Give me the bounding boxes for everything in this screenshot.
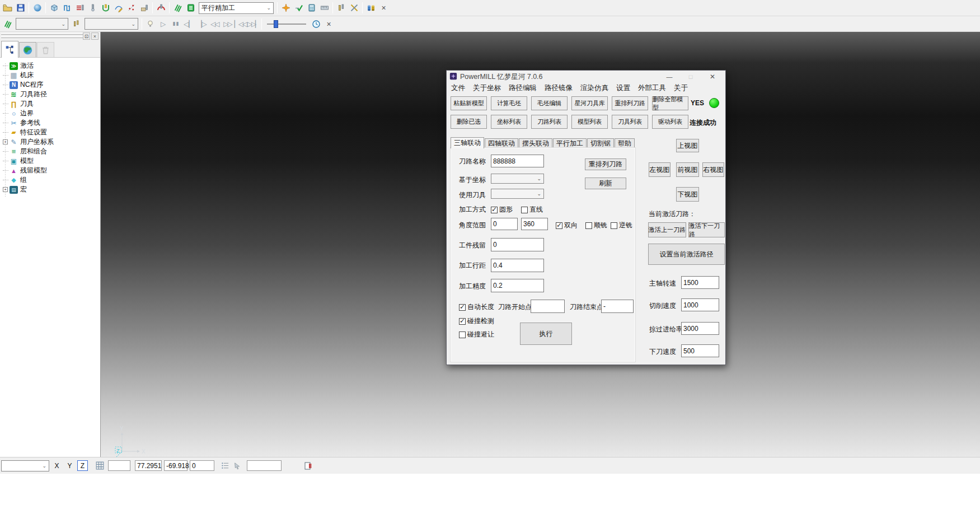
checkbox[interactable] (459, 331, 466, 338)
slider-handle[interactable] (274, 20, 278, 28)
quick-button[interactable]: 粘贴新模型 (451, 96, 487, 110)
axis-y-button[interactable]: Y (64, 460, 75, 471)
quick-button[interactable]: 刀具列表 (612, 115, 648, 129)
go-end-icon[interactable] (247, 17, 260, 31)
toolpath-icon[interactable] (171, 1, 184, 15)
execute-button[interactable]: 执行 (520, 323, 572, 345)
use-tool-select[interactable]: ⌄ (491, 189, 544, 199)
skim-input[interactable] (681, 322, 719, 335)
minimize-button[interactable]: — (662, 72, 677, 82)
quick-button[interactable]: 删除全部模型 (652, 96, 688, 110)
refresh-button[interactable]: 刷新 (585, 178, 626, 189)
cutting-input[interactable] (681, 298, 719, 311)
step-back-icon[interactable] (182, 17, 195, 31)
menu-item[interactable]: 关于坐标 (473, 83, 501, 93)
list-icon[interactable] (219, 460, 231, 471)
menu-item[interactable]: 渲染仿真 (580, 83, 608, 93)
quick-button[interactable]: 星河刀具库 (571, 96, 608, 110)
menu-item[interactable]: 路径编辑 (509, 83, 537, 93)
quick-button[interactable]: 重排列刀路 (612, 96, 648, 110)
globe-tab-icon[interactable] (19, 42, 36, 57)
close-icon[interactable] (322, 17, 335, 31)
dock-grip[interactable] (1, 36, 83, 38)
view-right-button[interactable]: 右视图 (702, 162, 724, 177)
menu-item[interactable]: 路径镜像 (545, 83, 573, 93)
tree-item[interactable]: + 刀具 (0, 99, 100, 109)
pause-icon[interactable] (170, 17, 182, 31)
save-icon[interactable] (14, 1, 27, 15)
tab[interactable]: 摆头联动 (519, 138, 552, 148)
view-bottom-button[interactable]: 下视图 (676, 187, 699, 202)
open-file-icon[interactable] (1, 1, 14, 15)
close-icon[interactable]: × (91, 32, 99, 40)
axis-z-button[interactable]: Z (77, 460, 88, 471)
tree-item[interactable]: + 宏 (0, 185, 100, 194)
checkbox[interactable] (521, 207, 528, 213)
toolpath-combobox[interactable]: ⌄ (16, 18, 68, 30)
clock-icon[interactable] (310, 17, 322, 31)
stock-lines-icon[interactable] (73, 1, 86, 15)
tab[interactable]: 四轴联动 (485, 138, 518, 148)
page-split-icon[interactable] (302, 460, 314, 471)
plunge-input[interactable] (681, 344, 719, 357)
tool-block-icon[interactable] (138, 1, 151, 15)
speed-slider[interactable] (267, 19, 306, 29)
close-icon[interactable] (377, 1, 390, 15)
view-top-button[interactable]: 上视图 (676, 139, 699, 152)
rewind-icon[interactable] (208, 17, 221, 31)
start-point-input[interactable] (531, 300, 565, 313)
menu-item[interactable]: 设置 (616, 83, 630, 93)
tool-pair-icon[interactable] (335, 1, 348, 15)
fast-forward-icon[interactable] (221, 17, 234, 31)
tree-item[interactable]: + 组 (0, 175, 100, 185)
trash-tab-icon[interactable] (37, 42, 54, 57)
tree-item[interactable]: + 层和组合 (0, 147, 100, 156)
menu-item[interactable]: 文件 (451, 83, 465, 93)
tree-tab-icon[interactable] (1, 41, 18, 58)
cross-arrows-icon[interactable] (348, 1, 360, 15)
tab[interactable]: 平行加工 (553, 138, 587, 148)
expand-icon[interactable]: + (3, 139, 8, 144)
raster-path-icon[interactable] (60, 1, 73, 15)
toolpath-icon[interactable] (1, 17, 14, 31)
arc-lead-icon[interactable] (154, 1, 167, 15)
collision-avoid-option[interactable]: 碰撞避让 (459, 330, 494, 339)
close-button[interactable]: ✕ (703, 72, 722, 82)
toolpath-list-icon[interactable] (184, 1, 197, 15)
checkbox[interactable] (585, 222, 592, 229)
thickness-input[interactable] (491, 238, 544, 251)
end-point-input[interactable] (601, 300, 634, 313)
tool-icon[interactable] (70, 17, 83, 31)
step-forward-icon[interactable] (195, 17, 208, 31)
bulb-icon[interactable] (144, 17, 157, 31)
tool-combobox[interactable]: ⌄ (85, 18, 138, 30)
block-icon[interactable] (48, 1, 60, 15)
pattern-points-icon[interactable] (125, 1, 138, 15)
expand-icon[interactable]: + (3, 187, 8, 192)
axis-x-button[interactable]: X (51, 460, 62, 471)
status-field[interactable] (247, 460, 282, 471)
activate-prev-button[interactable]: 激活上一刀路 (648, 222, 686, 237)
checkbox[interactable] (459, 304, 466, 311)
go-start-icon[interactable] (234, 17, 247, 31)
set-active-path-button[interactable]: 设置当前激活路径 (648, 244, 725, 265)
tree-item[interactable]: + 边界 (0, 109, 100, 118)
sphere-icon[interactable] (31, 1, 44, 15)
climb-option[interactable]: 顺铣 (585, 221, 607, 230)
cylinder-pair-icon[interactable] (364, 1, 377, 15)
quick-button[interactable]: 毛坯编辑 (531, 96, 568, 110)
grid-icon[interactable] (93, 460, 106, 471)
tab[interactable]: 三轴联动 (451, 137, 484, 148)
checkbox[interactable] (491, 207, 498, 213)
toolpath-verify-icon[interactable] (292, 1, 305, 15)
checkbox[interactable] (459, 318, 466, 325)
conventional-option[interactable]: 逆铣 (611, 221, 632, 230)
cursor-icon[interactable] (231, 460, 243, 471)
method-circle-option[interactable]: 圆形 (491, 205, 513, 214)
quick-button[interactable]: 计算毛坯 (491, 96, 527, 110)
coord-y-field[interactable]: -69.918 (164, 460, 187, 471)
auto-length-option[interactable]: 自动长度 (459, 302, 494, 312)
preset-combobox[interactable]: 平行精加工 ⌄ (199, 2, 274, 14)
calculator-icon[interactable] (305, 1, 318, 15)
tree-item[interactable]: + 模型 (0, 156, 100, 166)
